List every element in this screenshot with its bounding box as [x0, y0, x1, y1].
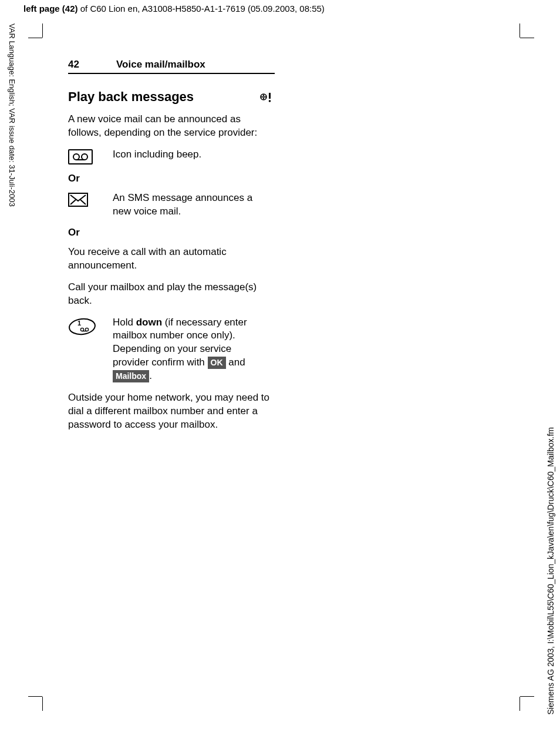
page-content: 42 Voice mail/mailbox Play back messages…	[68, 59, 274, 440]
svg-line-15	[80, 200, 86, 204]
hold-key-row: 1 Hold down (if necessary enter mailbox …	[68, 316, 270, 384]
file-path-right: Siemens AG 2003, I:\Mobil\L55\C60_Lion_k…	[546, 427, 555, 715]
svg-point-18	[80, 328, 83, 331]
hold-key-desc: Hold down (if necessary enter mailbox nu…	[113, 316, 270, 384]
svg-point-11	[73, 154, 79, 160]
crop-mark	[520, 38, 534, 38]
sms-icon-row: An SMS message announces a new voice mai…	[68, 192, 270, 219]
crop-mark	[42, 697, 43, 711]
auto-announcement-paragraph: You receive a call with an automatic ann…	[68, 246, 270, 273]
envelope-icon	[68, 193, 88, 207]
crop-mark	[28, 696, 42, 697]
crop-mark	[520, 696, 534, 697]
outside-network-paragraph: Outside your home network, you may need …	[68, 391, 270, 432]
sms-icon-desc: An SMS message announces a new voice mai…	[113, 192, 270, 219]
hold-and: and	[226, 357, 245, 368]
intro-paragraph: A new voice mail can be announced as fol…	[68, 113, 270, 140]
softkey-ok: OK	[208, 357, 226, 369]
page-title: Voice mail/mailbox	[116, 59, 205, 70]
or-separator-1: Or	[68, 173, 274, 184]
hold-pre: Hold	[113, 317, 136, 328]
typeset-header: left page (42) of C60 Lion en, A31008-H5…	[23, 4, 325, 14]
svg-point-19	[85, 328, 88, 331]
crop-mark	[519, 697, 520, 711]
voicemail-icon-desc: Icon including beep.	[113, 148, 270, 162]
crop-mark	[28, 38, 42, 38]
voicemail-icon-row: Icon including beep.	[68, 148, 270, 164]
svg-point-16	[69, 317, 96, 335]
svg-point-12	[82, 154, 87, 160]
hold-down-bold: down	[136, 317, 162, 328]
svg-text:1: 1	[77, 320, 81, 327]
phone-key-1-icon: 1	[68, 317, 96, 336]
section-heading-text: Play back messages	[68, 89, 194, 105]
header-page-id: left page (42)	[23, 4, 78, 14]
svg-line-14	[70, 200, 76, 204]
callback-instruction: Call your mailbox and play the message(s…	[68, 281, 270, 308]
network-dependent-icon	[259, 92, 272, 102]
crop-mark	[42, 23, 43, 38]
header-doc-id: of C60 Lion en, A31008-H5850-A1-1-7619 (…	[78, 4, 325, 14]
svg-point-10	[269, 100, 271, 102]
or-separator-2: Or	[68, 227, 274, 239]
voicemail-tape-icon	[68, 149, 93, 164]
section-heading: Play back messages	[68, 89, 272, 105]
var-meta-left: VAR Language: English; VAR issue date: 3…	[7, 23, 16, 276]
crop-mark	[519, 23, 520, 38]
softkey-mailbox: Mailbox	[113, 370, 149, 382]
page-header: 42 Voice mail/mailbox	[68, 59, 275, 74]
hold-end: .	[149, 370, 152, 381]
svg-rect-9	[269, 93, 271, 99]
page-number: 42	[68, 59, 99, 70]
